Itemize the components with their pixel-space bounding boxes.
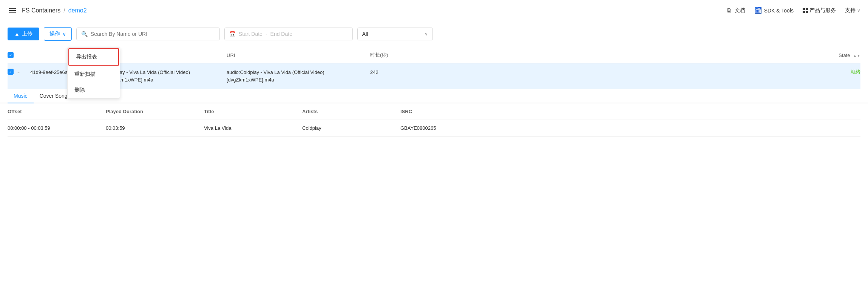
actions-dropdown-menu: 导出报表 重新扫描 删除 [67, 47, 120, 98]
bottom-row-title: Viva La Vida [204, 125, 302, 131]
dropdown-item-delete[interactable]: 删除 [68, 82, 120, 98]
nav-docs-label: 文档 [735, 7, 745, 14]
bottom-header-artists: Artists [302, 109, 400, 114]
bottom-header-title: Title [204, 109, 302, 114]
bottom-row-duration: 00:03:59 [106, 125, 204, 131]
breadcrumb-sub[interactable]: demo2 [68, 7, 87, 14]
col-state-label: State [839, 52, 850, 58]
table-header-row: ✓ 名称 URI 时长(秒) State ▲▼ 导出报表 重新扫描 删除 [8, 47, 860, 63]
bottom-table-row: 00:00:00 - 00:03:59 00:03:59 Viva La Vid… [8, 120, 860, 137]
col-duration-label: 时长(秒) [370, 52, 388, 58]
bottom-row-duration-val: 00:03:59 [106, 125, 125, 131]
breadcrumb: FS Containers / demo2 [22, 7, 87, 14]
filter-chevron-icon: ∨ [425, 31, 428, 37]
tab-music-label: Music [14, 93, 28, 99]
row-check-col: ✓ ⌄ [8, 69, 30, 75]
nav-support-label: 支持 [845, 7, 856, 14]
bottom-row-artists: Coldplay [302, 125, 400, 131]
bottom-col-title-label: Title [204, 109, 214, 114]
dropdown-item-export[interactable]: 导出报表 [68, 48, 119, 66]
header-name-col: 名称 [106, 52, 227, 58]
actions-button[interactable]: 操作 ∨ [44, 27, 72, 41]
dropdown-item-rescan[interactable]: 重新扫描 [68, 66, 120, 82]
header-left: FS Containers / demo2 [8, 6, 726, 15]
start-date-placeholder: Start Date [239, 31, 263, 37]
calendar-icon: 📅 [229, 31, 236, 37]
header-check-col: ✓ [8, 52, 30, 58]
header-state-col: State ▲▼ [446, 52, 860, 58]
bottom-col-isrc-label: ISRC [400, 109, 412, 114]
bottom-row-title-val: Viva La Vida [204, 125, 232, 131]
tabs-row: Music Cover Songs [0, 89, 868, 103]
actions-label: 操作 [49, 31, 60, 37]
app-header: FS Containers / demo2 🗎 文档 🛗 SDK & Tools… [0, 0, 868, 21]
row-state: 就绪 [851, 69, 860, 75]
header-duration-col: 时长(秒) [370, 52, 446, 58]
search-icon: 🔍 [81, 31, 88, 37]
row-id: 41d9-9eef-25e6a75 [30, 69, 73, 75]
sdk-icon: 🛗 [754, 7, 762, 14]
bottom-row-offset: 00:00:00 - 00:03:59 [8, 125, 106, 131]
search-input-wrapper[interactable]: 🔍 [76, 28, 220, 40]
date-separator: - [266, 31, 267, 37]
bottom-col-offset-label: Offset [8, 109, 22, 114]
nav-products[interactable]: 产品与服务 [803, 7, 836, 14]
bottom-row-artists-val: Coldplay [302, 125, 321, 131]
upload-label: 上传 [22, 31, 32, 37]
table-row: ✓ ⌄ 41d9-9eef-25e6a75 Coldplay - Viva La… [8, 63, 860, 89]
tab-music[interactable]: Music [8, 89, 34, 103]
tab-cover-songs-label: Cover Songs [40, 93, 70, 99]
bottom-header-offset: Offset [8, 109, 106, 114]
col-uri-label: URI [227, 52, 235, 58]
bottom-col-duration-label: Played Duration [106, 109, 143, 114]
docs-icon: 🗎 [726, 7, 732, 14]
actions-chevron-icon: ∨ [62, 31, 66, 37]
toolbar: ▲ 上传 操作 ∨ 🔍 📅 Start Date - End Date All … [0, 21, 868, 47]
bottom-header-isrc: ISRC [400, 109, 860, 114]
chevron-down-icon: ∨ [857, 8, 860, 13]
row-expand-icon[interactable]: ⌄ [17, 69, 20, 74]
bottom-row-isrc: GBAYE0800265 [400, 125, 860, 131]
row-checkbox-wrapper: ✓ ⌄ [8, 69, 30, 75]
bottom-table-header: Offset Played Duration Title Artists ISR… [8, 103, 860, 120]
sort-icon: ▲▼ [853, 54, 860, 58]
filter-label: All [362, 31, 368, 37]
row-state-col: 就绪 [446, 69, 860, 75]
end-date-placeholder: End Date [270, 31, 292, 37]
breadcrumb-separator: / [63, 7, 65, 14]
hamburger-icon[interactable] [8, 6, 17, 15]
bottom-row-offset-val: 00:00:00 - 00:03:59 [8, 125, 50, 131]
filter-select[interactable]: All ∨ [357, 28, 433, 40]
main-table: ✓ 名称 URI 时长(秒) State ▲▼ 导出报表 重新扫描 删除 ✓ ⌄ [0, 47, 868, 89]
row-duration: 242 [370, 69, 378, 75]
nav-sdk-label: SDK & Tools [764, 8, 794, 14]
row-uri-col: audio:Coldplay - Viva La Vida (Official … [227, 69, 370, 83]
upload-button[interactable]: ▲ 上传 [8, 28, 39, 40]
header-right: 🗎 文档 🛗 SDK & Tools 产品与服务 支持 ∨ [726, 7, 860, 14]
header-checkbox[interactable]: ✓ [8, 52, 14, 58]
nav-support[interactable]: 支持 ∨ [845, 7, 860, 14]
nav-sdk[interactable]: 🛗 SDK & Tools [754, 7, 794, 14]
row-name-col: Coldplay - Viva La Vida (Official Video)… [106, 69, 227, 83]
bottom-table: Offset Played Duration Title Artists ISR… [0, 103, 868, 137]
bottom-col-artists-label: Artists [302, 109, 318, 114]
upload-icon: ▲ [14, 31, 20, 37]
row-duration-col: 242 [370, 69, 446, 76]
nav-products-label: 产品与服务 [809, 7, 836, 14]
row-uri: audio:Coldplay - Viva La Vida (Official … [227, 69, 324, 83]
search-input[interactable] [91, 31, 215, 37]
header-uri-col: URI [227, 52, 370, 58]
nav-docs[interactable]: 🗎 文档 [726, 7, 745, 14]
date-range-picker[interactable]: 📅 Start Date - End Date [224, 28, 353, 40]
bottom-row-isrc-val: GBAYE0800265 [400, 125, 436, 131]
products-grid-icon [803, 8, 808, 13]
breadcrumb-main: FS Containers [22, 7, 60, 14]
bottom-header-duration: Played Duration [106, 109, 204, 114]
row-checkbox[interactable]: ✓ [8, 69, 14, 75]
